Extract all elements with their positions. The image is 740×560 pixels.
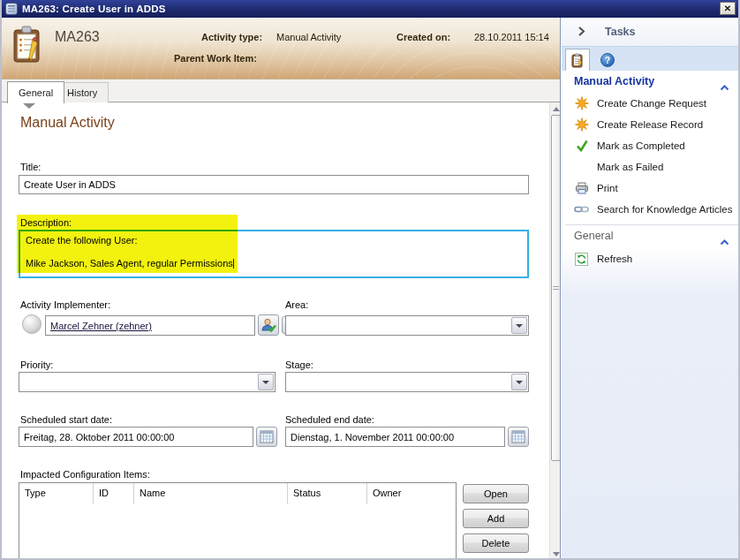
priority-label: Priority:	[20, 359, 53, 370]
stage-dropdown-button[interactable]	[511, 374, 527, 390]
column-header-name[interactable]: Name	[134, 483, 288, 504]
end-date-value: Dienstag, 1. November 2011 00:00:00	[291, 432, 454, 443]
section-divider	[565, 224, 738, 225]
stage-combobox[interactable]	[285, 372, 529, 392]
task-item-label: Create Release Record	[597, 119, 703, 130]
tasks-pane: Tasks ? Manual Activity	[560, 18, 740, 560]
title-bar[interactable]: MA263: Create User in ADDS ✕	[0, 0, 740, 18]
close-button[interactable]: ✕	[720, 2, 736, 15]
printer-icon	[574, 181, 589, 196]
title-input[interactable]: Create User in ADDS	[19, 175, 529, 194]
priority-combobox[interactable]	[19, 372, 276, 392]
tasks-pane-body: Manual Activity Create Change Request Cr…	[562, 71, 740, 560]
calendar-icon	[260, 430, 274, 443]
task-item-label: Mark as Failed	[597, 162, 663, 172]
task-mark-as-completed[interactable]: Mark as Completed	[574, 136, 736, 155]
column-header-id[interactable]: ID	[94, 483, 134, 504]
task-refresh[interactable]: Refresh	[574, 249, 736, 269]
task-create-release-record[interactable]: Create Release Record	[574, 115, 736, 134]
task-item-label: Create Change Request	[597, 98, 706, 109]
start-date-label: Scheduled start date:	[20, 414, 112, 425]
area-dropdown-button[interactable]	[511, 317, 527, 334]
title-label: Title:	[20, 162, 41, 172]
calendar-icon	[511, 430, 525, 443]
page-title: Manual Activity	[20, 115, 115, 131]
person-check-icon	[261, 317, 276, 333]
tab-general[interactable]: General	[7, 81, 64, 103]
parent-work-item-label: Parent Work Item:	[174, 53, 257, 64]
task-mark-as-failed[interactable]: Mark as Failed	[574, 157, 736, 177]
implementer-label: Activity Implementer:	[20, 299, 110, 310]
select-user-button[interactable]	[258, 314, 279, 336]
clipboard-icon	[571, 53, 584, 68]
description-label: Description:	[20, 217, 72, 228]
tasks-pane-tab-strip: ?	[562, 46, 740, 71]
task-item-label: Print	[597, 183, 618, 193]
section-header-manual-activity[interactable]: Manual Activity	[574, 75, 654, 87]
task-item-label: Mark as Completed	[597, 140, 685, 151]
end-date-input[interactable]: Dienstag, 1. November 2011 00:00:00	[285, 427, 505, 447]
task-item-label: Refresh	[597, 254, 632, 264]
form-header-banner: MA263 Activity type: Manual Activity Cre…	[0, 18, 562, 79]
section-header-general[interactable]: General	[574, 230, 613, 242]
chevron-down-icon	[262, 381, 269, 384]
tasks-pane-title: Tasks	[605, 26, 636, 38]
thumb-grip-icon	[553, 289, 559, 290]
created-on-label: Created on:	[396, 32, 450, 42]
implementer-avatar	[22, 314, 42, 334]
description-line2: Mike Jackson, Sales Agent, regular Permi…	[26, 258, 522, 269]
start-date-value: Freitag, 28. Oktober 2011 00:00:00	[24, 432, 174, 443]
task-create-change-request[interactable]: Create Change Request	[574, 94, 736, 113]
stage-label: Stage:	[285, 359, 313, 370]
end-date-label: Scheduled end date:	[285, 414, 374, 425]
window: MA263: Create User in ADDS ✕ MA263 Ac	[0, 0, 740, 560]
tasks-pane-header[interactable]: Tasks	[562, 18, 740, 46]
link-icon	[574, 202, 589, 217]
green-check-icon	[574, 139, 589, 154]
chevron-up-icon[interactable]	[720, 79, 729, 95]
description-line1: Create the following User:	[26, 235, 522, 246]
column-header-owner[interactable]: Owner	[367, 483, 456, 504]
delete-button[interactable]: Delete	[463, 534, 529, 553]
implementer-input[interactable]: Marcel Zehner (zehner)	[45, 315, 255, 336]
column-header-status[interactable]: Status	[288, 483, 367, 504]
description-textarea[interactable]: Create the following User: Mike Jackson,…	[19, 230, 529, 278]
task-print[interactable]: Print	[574, 178, 736, 198]
add-button[interactable]: Add	[463, 509, 529, 528]
title-input-value: Create User in ADDS	[24, 179, 116, 190]
work-item-id: MA263	[55, 29, 100, 45]
chevron-right-icon	[578, 24, 585, 40]
arrow-up-icon	[553, 107, 560, 111]
activity-type-value: Manual Activity	[276, 32, 341, 42]
created-on-value: 28.10.2011 15:14	[474, 32, 549, 42]
help-tab[interactable]: ?	[600, 53, 615, 67]
task-search-knowledge-articles[interactable]: Search for Knowledge Articles	[574, 200, 736, 219]
active-tab-notch-icon	[23, 103, 35, 109]
thumb-grip-icon	[553, 286, 559, 287]
general-tab-content: Manual Activity Title: Create User in AD…	[0, 102, 549, 560]
end-date-picker-button[interactable]	[508, 427, 529, 447]
priority-dropdown-button[interactable]	[258, 374, 274, 390]
window-title: MA263: Create User in ADDS	[22, 4, 166, 14]
activity-type-label: Activity type:	[201, 32, 262, 42]
refresh-icon	[574, 252, 589, 267]
chevron-down-icon	[516, 381, 523, 384]
start-date-input[interactable]: Freitag, 28. Oktober 2011 00:00:00	[19, 427, 253, 447]
form-tab-strip: General History	[0, 79, 562, 102]
text-caret	[233, 259, 234, 269]
area-label: Area:	[285, 299, 308, 310]
chevron-up-icon[interactable]	[720, 233, 729, 249]
tasks-tab-selected[interactable]	[565, 49, 590, 72]
open-button[interactable]: Open	[463, 484, 529, 503]
task-item-label: Search for Knowledge Articles	[597, 204, 732, 215]
arrow-down-icon	[553, 552, 560, 556]
start-date-picker-button[interactable]	[256, 427, 277, 447]
impacted-ci-label: Impacted Configuration Items:	[20, 469, 150, 480]
impacted-ci-listview[interactable]: Type ID Name Status Owner	[19, 482, 457, 560]
implementer-link[interactable]: Marcel Zehner (zehner)	[50, 321, 152, 331]
ci-table-header: Type ID Name Status Owner	[19, 483, 456, 504]
window-clipboard-icon	[5, 3, 18, 15]
area-combobox[interactable]	[285, 315, 529, 336]
column-header-type[interactable]: Type	[19, 483, 94, 504]
manual-activity-clipboard-icon	[11, 25, 46, 71]
